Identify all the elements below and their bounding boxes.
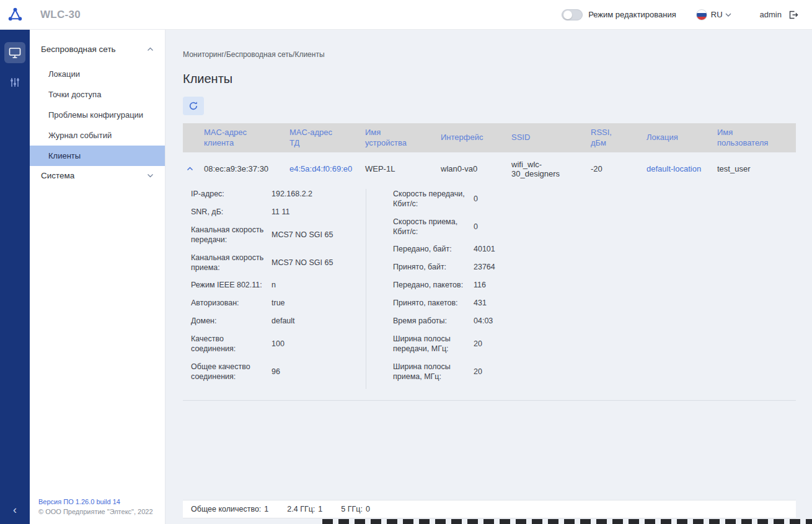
logout-icon — [788, 10, 798, 20]
sidebar: Беспроводная сеть Локации Точки доступа … — [30, 30, 165, 524]
detail-row: Канальная скорость передачи:MCS7 NO SGI … — [191, 225, 366, 245]
detail-value: true — [271, 298, 285, 308]
col-header-interface: Интерфейс — [441, 133, 511, 143]
detail-value: 20 — [474, 367, 482, 377]
detail-value: 431 — [474, 298, 487, 308]
chevron-up-icon — [147, 47, 154, 51]
summary-bar: Общее количество: 1 2.4 ГГц: 1 5 ГГц: 0 — [183, 500, 796, 518]
col-header-ssid: SSID — [511, 133, 591, 143]
refresh-button[interactable] — [183, 97, 204, 115]
detail-value: 100 — [271, 339, 285, 349]
col-header-username: Имя пользователя — [717, 128, 783, 149]
sidebar-collapse-button[interactable]: ‹ — [13, 504, 17, 515]
detail-label: Передано, пакетов: — [393, 280, 474, 290]
col-header-location: Локация — [647, 133, 717, 143]
detail-value: 40101 — [474, 244, 495, 254]
row-collapse-button[interactable] — [183, 167, 204, 171]
detail-value: 04:03 — [474, 316, 493, 326]
detail-row: Домен:default — [191, 316, 366, 326]
col-header-rssi: RSSI, дБм — [591, 128, 623, 149]
cell-location-link[interactable]: default-location — [647, 164, 717, 173]
detail-value: MCS7 NO SGI 65 — [271, 258, 333, 268]
sidebar-item-clients[interactable]: Клиенты — [30, 146, 165, 166]
detail-value: 0 — [474, 194, 478, 204]
sidebar-item-event-log[interactable]: Журнал событий — [30, 125, 165, 146]
detail-label: SNR, дБ: — [191, 207, 271, 217]
sidebar-section-system[interactable]: Система — [30, 171, 165, 180]
cell-rssi: -20 — [591, 164, 647, 173]
detail-value: default — [271, 316, 295, 326]
detail-row: Канальная скорость приема:MCS7 NO SGI 65 — [191, 253, 366, 273]
sidebar-section-wireless[interactable]: Беспроводная сеть — [30, 45, 165, 54]
table-header-row: MAC-адрес клиента MAC-адрес ТД Имя устро… — [183, 123, 796, 152]
eltex-logo-icon — [7, 6, 24, 23]
detail-label: Качество соединения: — [191, 334, 271, 354]
top-header: WLC-30 Режим редактирования RU admin — [0, 0, 812, 30]
breadcrumb: Мониторинг/Беспроводная сеть/Клиенты — [183, 50, 796, 59]
chevron-down-icon — [725, 13, 731, 17]
detail-label: Общее качество соединения: — [191, 362, 271, 382]
detail-label: Скорость приема, Кбит/с: — [393, 217, 474, 237]
cell-username: test_user — [717, 164, 796, 173]
sidebar-item-config-problems[interactable]: Проблемы конфигурации — [30, 105, 165, 125]
detail-label: Принято, пакетов: — [393, 298, 474, 308]
monitor-icon — [9, 47, 21, 59]
col-header-ap-mac: MAC-адрес ТД — [289, 128, 348, 149]
detail-row: Принято, байт:23764 — [393, 262, 626, 273]
rail-item-monitoring[interactable] — [4, 42, 25, 63]
chevron-up-icon — [187, 167, 193, 171]
detail-label: Домен: — [191, 316, 271, 326]
username-label: admin — [760, 10, 782, 19]
copyright-text: © ООО Предприятие "Элтекс", 2022 — [38, 508, 157, 515]
cell-ap-mac-link[interactable]: e4:5a:d4:f0:69:e0 — [289, 164, 365, 173]
detail-row: SNR, дБ:11 11 — [191, 207, 366, 217]
cell-ssid: wifi_wlc-30_designers — [511, 160, 591, 178]
cell-device-name: WEP-1L — [365, 164, 441, 173]
detail-label: Режим IEEE 802.11: — [191, 280, 271, 290]
detail-row: Принято, пакетов:431 — [393, 298, 626, 308]
detail-row: Общее качество соединения:96 — [191, 362, 366, 382]
russia-flag-icon — [696, 9, 707, 20]
detail-row: Передано, пакетов:116 — [393, 280, 626, 290]
sliders-icon — [9, 77, 20, 88]
app-logo — [0, 0, 30, 30]
detail-value: n — [271, 280, 276, 290]
app-title: WLC-30 — [40, 9, 81, 21]
summary-5ghz-label: 5 ГГц: — [341, 505, 363, 513]
detail-row: Авторизован:true — [191, 298, 366, 308]
cell-client-mac: 08:ec:a9:3e:37:30 — [204, 164, 289, 173]
summary-24ghz: 2.4 ГГц: 1 — [287, 505, 322, 513]
detail-label: Канальная скорость приема: — [191, 253, 271, 273]
summary-24ghz-label: 2.4 ГГц: — [287, 505, 315, 513]
detail-label: Передано, байт: — [393, 244, 474, 254]
refresh-icon — [188, 101, 198, 111]
icon-rail: ‹ — [0, 30, 30, 524]
summary-5ghz-value: 0 — [366, 505, 370, 513]
detail-value: 0 — [474, 222, 478, 232]
edit-mode-toggle[interactable] — [562, 9, 583, 20]
detail-value: 96 — [271, 367, 280, 377]
logout-button[interactable] — [788, 10, 798, 20]
detail-row: Скорость передачи, Кбит/с:0 — [393, 189, 626, 209]
detail-label: Авторизован: — [191, 298, 271, 308]
detail-value: 192.168.2.2 — [271, 189, 312, 199]
firmware-version-link[interactable]: Версия ПО 1.26.0 build 14 — [38, 498, 157, 505]
sidebar-item-access-points[interactable]: Точки доступа — [30, 84, 165, 105]
cell-interface: wlan0-va0 — [441, 164, 511, 173]
sidebar-item-locations[interactable]: Локации — [30, 64, 165, 84]
detail-label: Ширина полосы передачи, МГц: — [393, 334, 474, 354]
clipped-bottom-strip — [322, 519, 812, 524]
detail-row: Качество соединения:100 — [191, 334, 366, 354]
rail-item-management[interactable] — [4, 72, 25, 93]
summary-5ghz: 5 ГГц: 0 — [341, 505, 370, 513]
col-header-client-mac: MAC-адрес клиента — [204, 128, 262, 149]
summary-total-label: Общее количество: — [191, 505, 261, 513]
chevron-down-icon — [147, 173, 154, 178]
section-label: Система — [41, 171, 74, 180]
summary-total-value: 1 — [264, 505, 268, 513]
detail-value: 116 — [474, 280, 486, 290]
main-content: Мониторинг/Беспроводная сеть/Клиенты Кли… — [165, 30, 812, 524]
edit-mode-label: Режим редактирования — [588, 10, 676, 19]
language-selector[interactable]: RU — [711, 10, 731, 19]
summary-24ghz-value: 1 — [318, 505, 322, 513]
